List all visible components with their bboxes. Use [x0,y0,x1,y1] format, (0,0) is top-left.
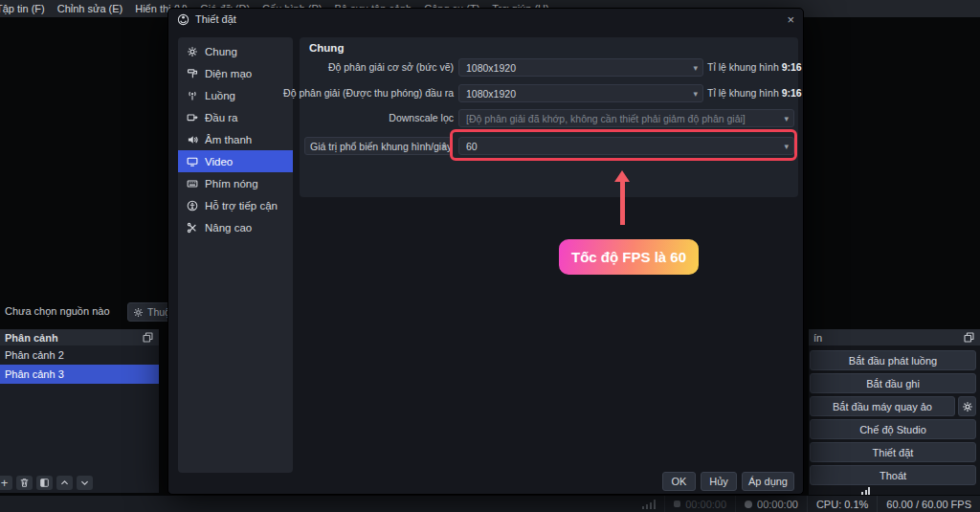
sidebar-item-hotkeys[interactable]: Phím nóng [178,172,293,194]
cancel-button[interactable]: Hủy [701,472,737,491]
chevron-down-icon: ▾ [784,114,789,123]
sidebar-item-label: Âm thanh [205,134,252,145]
move-scene-up-button[interactable] [56,476,73,490]
menu-item-file[interactable]: Tập tin (F) [0,3,45,14]
settings-sidebar: Chung Diện mạo Luồng Đầu ra [178,37,293,473]
signal-bars-icon [642,500,657,509]
controls-panel-title: ín [813,332,822,344]
aspect-value: 9:16 [782,87,802,99]
gear-icon [187,46,198,57]
output-resolution-label: Độ phân giải (Được thu phóng) đầu ra [271,87,454,99]
output-icon [187,112,198,123]
record-time-value: 00:00:00 [757,499,798,510]
add-scene-button[interactable]: + [0,476,12,490]
fps-type-select[interactable]: Giá trị phổ biến khung hình/giây ▾ [304,137,452,155]
exit-button[interactable]: Thoát [810,465,976,485]
settings-dialog: Thiết đặt × Chung Diện mạo [167,8,804,495]
annotation-callout: Tốc độ FPS là 60 [559,239,699,275]
studio-mode-button[interactable]: Chế độ Studio [810,419,976,439]
filters-icon [39,478,50,488]
scenes-toolbar: + [0,476,93,490]
audio-icon [187,134,198,145]
video-settings-panel: Chung Độ phân giải cơ sở (bức vẽ) 1080x1… [300,37,798,197]
apply-button[interactable]: Áp dụng [742,472,794,491]
sidebar-item-label: Chung [205,46,237,57]
ok-button[interactable]: OK [662,472,696,491]
base-resolution-label: Độ phân giải cơ sở (bức vẽ) [271,61,454,73]
downscale-filter-select[interactable]: [Độ phân giải đã khớp, không cần thiết p… [458,109,794,127]
video-icon [187,156,198,167]
controls-panel: ín Bắt đầu phát luồng Bắt đầu ghi Bắt đầ… [809,329,980,495]
popout-icon[interactable] [963,331,975,344]
fps-value-select[interactable]: 60 ▾ [458,137,794,155]
remove-scene-button[interactable] [16,476,33,490]
chevron-down-icon: ▾ [441,142,446,151]
aspect-label: Tỉ lệ khung hình [707,87,779,99]
network-status [634,496,665,512]
move-scene-down-button[interactable] [77,476,93,490]
sidebar-item-general[interactable]: Chung [178,40,293,62]
sidebar-item-accessibility[interactable]: Hỗ trợ tiếp cận [178,194,293,216]
menu-item-edit[interactable]: Chỉnh sửa (E) [57,3,123,14]
scenes-panel-title: Phân cảnh [5,332,58,344]
stream-icon [187,90,198,101]
gear-icon [962,401,973,412]
plus-icon: + [1,477,9,489]
sidebar-item-label: Video [205,156,233,167]
record-status-icon [745,501,752,508]
no-source-label: Chưa chọn nguồn nào [5,305,110,317]
gear-icon [133,307,144,318]
sidebar-item-video[interactable]: Video [178,150,293,172]
output-aspect-ratio: Tỉ lệ khung hình 9:16 [707,87,802,99]
downscale-filter-value: [Độ phân giải đã khớp, không cần thiết p… [466,113,746,124]
start-streaming-button[interactable]: Bắt đầu phát luồng [810,350,976,370]
start-virtual-camera-button[interactable]: Bắt đầu máy quay ảo [810,396,955,416]
cpu-usage: CPU: 0.1% [807,496,877,512]
activity-graph-icon [861,487,870,495]
aspect-label: Tỉ lệ khung hình [707,61,779,73]
scene-filters-button[interactable] [36,476,53,490]
record-timer: 00:00:00 [735,496,807,512]
scenes-panel: Phân cảnh Phân cảnh 2 Phân cảnh 3 + [0,329,159,493]
fps-type-value: Giá trị phổ biến khung hình/giây [310,141,452,152]
obs-window: Tập tin (F) Chỉnh sửa (E) Hiển thị (V) G… [0,0,980,512]
base-resolution-select[interactable]: 1080x1920 ▾ [458,58,703,77]
dialog-title: Thiết đặt [195,13,236,25]
stream-timer: 00:00:00 [664,496,735,512]
advanced-icon [187,222,198,234]
trash-icon [19,478,30,488]
scene-item-selected[interactable]: Phân cảnh 3 [0,365,159,384]
sidebar-item-label: Đầu ra [205,112,238,123]
source-toolbar: Chưa chọn nguồn nào Thuộ [0,301,191,325]
hotkeys-icon [187,178,198,189]
obs-logo-icon [177,13,189,26]
output-resolution-value: 1080x1920 [466,88,516,100]
start-recording-button[interactable]: Bắt đầu ghi [810,373,976,393]
section-title: Chung [309,42,344,54]
controls-panel-header: ín [809,329,980,345]
settings-button[interactable]: Thiết đặt [810,442,976,462]
fps-indicator: 60.00 / 60.00 FPS [877,496,980,512]
virtual-camera-settings-button[interactable] [958,396,976,416]
sidebar-item-audio[interactable]: Âm thanh [178,128,293,150]
output-resolution-select[interactable]: 1080x1920 ▾ [458,84,703,102]
close-icon[interactable]: × [787,12,794,27]
accessibility-icon [187,200,198,211]
sidebar-item-label: Diện mạo [205,68,252,79]
sidebar-item-label: Hỗ trợ tiếp cận [205,200,278,211]
chevron-down-icon: ▾ [693,63,698,73]
downscale-filter-label: Downscale lọc [271,112,454,123]
status-bar: 00:00:00 00:00:00 CPU: 0.1% 60.00 / 60.0… [0,495,980,512]
sidebar-item-label: Luồng [205,90,235,101]
cpu-usage-value: CPU: 0.1% [816,499,868,510]
sidebar-item-advanced[interactable]: Nâng cao [178,216,293,238]
fps-value: 60 [466,141,478,152]
fps-value: 60.00 / 60.00 FPS [886,499,971,510]
scene-item[interactable]: Phân cảnh 2 [0,345,159,365]
popout-icon[interactable] [142,331,154,344]
stream-time-value: 00:00:00 [685,499,726,510]
chevron-up-icon [59,478,70,488]
aspect-value: 9:16 [782,61,802,73]
stream-status-icon [674,501,680,507]
sidebar-item-label: Nâng cao [205,222,252,234]
